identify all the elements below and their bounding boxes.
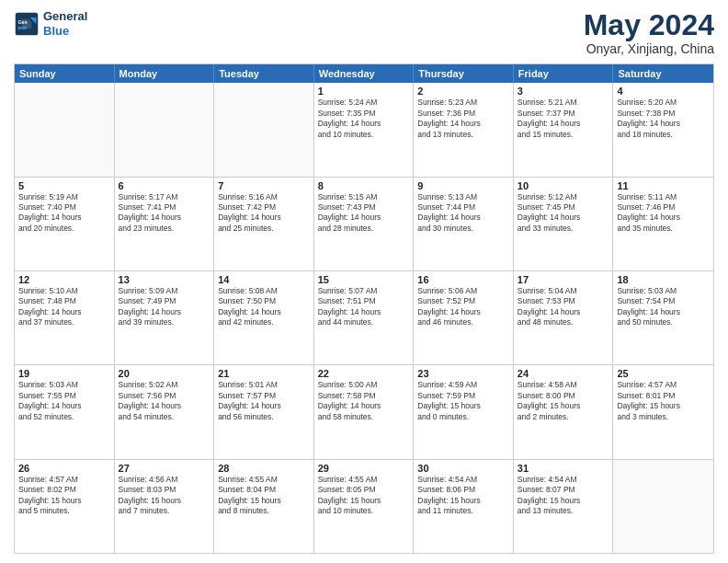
cell-info-line: Sunset: 7:54 PM	[617, 296, 710, 306]
logo-line1: General	[43, 9, 87, 24]
cell-info-line: and 33 minutes.	[518, 224, 609, 234]
cell-info-line: Daylight: 14 hours	[119, 307, 210, 317]
cell-info-line: Daylight: 14 hours	[518, 213, 609, 223]
day-cell-12: 12Sunrise: 5:10 AMSunset: 7:48 PMDayligh…	[15, 271, 115, 364]
cell-info-line: Daylight: 14 hours	[417, 119, 509, 129]
cell-info-line: and 50 minutes.	[617, 317, 710, 327]
cell-info-line: Daylight: 15 hours	[417, 401, 509, 411]
day-cell-5: 5Sunrise: 5:19 AMSunset: 7:40 PMDaylight…	[15, 178, 115, 270]
cell-info-line: Sunrise: 5:08 AM	[218, 286, 310, 296]
cell-info-line: Sunset: 8:07 PM	[518, 485, 609, 495]
empty-cell-w0c2	[214, 83, 314, 176]
cell-info-line: Daylight: 14 hours	[518, 119, 609, 129]
cell-info-line: and 54 minutes.	[119, 412, 210, 422]
cell-info-line: Sunrise: 5:20 AM	[617, 98, 710, 108]
day-cell-19: 19Sunrise: 5:03 AMSunset: 7:55 PMDayligh…	[15, 365, 115, 458]
day-cell-10: 10Sunrise: 5:12 AMSunset: 7:45 PMDayligh…	[514, 178, 614, 270]
cell-info-line: Sunrise: 5:02 AM	[119, 380, 210, 390]
cell-info-line: and 18 minutes.	[617, 130, 710, 140]
day-number: 27	[119, 463, 210, 474]
day-number: 25	[617, 368, 710, 379]
cell-info-line: and 10 minutes.	[318, 130, 410, 140]
day-cell-7: 7Sunrise: 5:16 AMSunset: 7:42 PMDaylight…	[214, 178, 314, 270]
cell-info-line: Sunset: 7:51 PM	[318, 296, 410, 306]
cell-info-line: Sunrise: 5:12 AM	[518, 192, 609, 202]
cell-info-line: Daylight: 14 hours	[518, 307, 609, 317]
cell-info-line: and 13 minutes.	[518, 506, 609, 516]
cell-info-line: Sunrise: 4:55 AM	[318, 475, 410, 485]
day-number: 1	[318, 86, 410, 97]
cell-info-line: Sunset: 7:57 PM	[218, 391, 310, 401]
empty-cell-w0c0	[15, 83, 115, 176]
cell-info-line: Daylight: 15 hours	[417, 496, 509, 506]
cell-info-line: Daylight: 14 hours	[318, 213, 410, 223]
cell-info-line: Daylight: 15 hours	[218, 496, 310, 506]
day-cell-13: 13Sunrise: 5:09 AMSunset: 7:49 PMDayligh…	[115, 271, 215, 364]
day-cell-6: 6Sunrise: 5:17 AMSunset: 7:41 PMDaylight…	[115, 178, 215, 270]
cell-info-line: Sunset: 7:50 PM	[218, 296, 310, 306]
day-number: 10	[518, 180, 609, 191]
day-number: 19	[18, 368, 110, 379]
cell-info-line: Daylight: 14 hours	[218, 307, 310, 317]
cell-info-line: and 39 minutes.	[119, 317, 210, 327]
cell-info-line: Daylight: 14 hours	[218, 213, 310, 223]
cell-info-line: Daylight: 14 hours	[617, 307, 710, 317]
cell-info-line: Sunrise: 5:03 AM	[18, 380, 110, 390]
cell-info-line: Daylight: 14 hours	[119, 401, 210, 411]
cell-info-line: Daylight: 15 hours	[318, 496, 410, 506]
cell-info-line: Sunset: 7:40 PM	[18, 202, 110, 213]
day-number: 11	[617, 180, 710, 191]
day-number: 23	[417, 368, 509, 379]
cell-info-line: Sunset: 7:37 PM	[518, 109, 609, 119]
day-number: 31	[518, 463, 609, 474]
cell-info-line: Sunrise: 5:06 AM	[417, 286, 509, 296]
cell-info-line: Sunrise: 5:13 AM	[417, 192, 509, 202]
cell-info-line: Sunrise: 5:23 AM	[417, 98, 509, 108]
logo-text: General Blue	[43, 9, 87, 38]
empty-cell-w0c1	[115, 83, 215, 176]
logo: Gen eral General Blue	[14, 9, 87, 38]
cell-info-line: Sunset: 8:02 PM	[18, 485, 110, 495]
day-cell-11: 11Sunrise: 5:11 AMSunset: 7:46 PMDayligh…	[613, 178, 713, 270]
day-cell-27: 27Sunrise: 4:56 AMSunset: 8:03 PMDayligh…	[115, 460, 215, 553]
cell-info-line: Daylight: 14 hours	[318, 401, 410, 411]
cell-info-line: and 56 minutes.	[218, 412, 310, 422]
cell-info-line: Sunrise: 5:07 AM	[318, 286, 410, 296]
page: Gen eral General Blue May 2024 Onyar, Xi…	[0, 0, 728, 563]
cell-info-line: Daylight: 14 hours	[18, 307, 110, 317]
day-cell-8: 8Sunrise: 5:15 AMSunset: 7:43 PMDaylight…	[314, 178, 415, 270]
cell-info-line: Sunset: 8:01 PM	[617, 391, 710, 401]
cell-info-line: Sunset: 7:41 PM	[119, 202, 210, 213]
cell-info-line: Sunset: 7:38 PM	[617, 109, 710, 119]
header-cell-tuesday: Tuesday	[214, 64, 314, 83]
day-cell-3: 3Sunrise: 5:21 AMSunset: 7:37 PMDaylight…	[514, 83, 614, 176]
location-title: Onyar, Xinjiang, China	[584, 41, 714, 56]
header-cell-thursday: Thursday	[414, 64, 514, 83]
week-row-3: 12Sunrise: 5:10 AMSunset: 7:48 PMDayligh…	[15, 271, 713, 365]
cell-info-line: and 13 minutes.	[417, 130, 509, 140]
day-cell-25: 25Sunrise: 4:57 AMSunset: 8:01 PMDayligh…	[613, 365, 713, 458]
cell-info-line: and 28 minutes.	[318, 224, 410, 234]
day-number: 17	[518, 274, 609, 285]
header: Gen eral General Blue May 2024 Onyar, Xi…	[14, 9, 714, 56]
week-row-4: 19Sunrise: 5:03 AMSunset: 7:55 PMDayligh…	[15, 365, 713, 459]
cell-info-line: Sunset: 7:48 PM	[18, 296, 110, 306]
cell-info-line: Daylight: 14 hours	[18, 213, 110, 223]
cell-info-line: and 30 minutes.	[417, 224, 509, 234]
cell-info-line: Sunrise: 4:59 AM	[417, 380, 509, 390]
cell-info-line: and 44 minutes.	[318, 317, 410, 327]
cell-info-line: Sunrise: 5:01 AM	[218, 380, 310, 390]
cell-info-line: Sunset: 8:06 PM	[417, 485, 509, 495]
cell-info-line: Sunset: 8:03 PM	[119, 485, 210, 495]
day-number: 7	[218, 180, 310, 191]
day-cell-28: 28Sunrise: 4:55 AMSunset: 8:04 PMDayligh…	[214, 460, 314, 553]
cell-info-line: Sunset: 8:05 PM	[318, 485, 410, 495]
logo-icon: Gen eral	[14, 11, 40, 37]
day-number: 22	[318, 368, 410, 379]
calendar-header: SundayMondayTuesdayWednesdayThursdayFrid…	[15, 64, 713, 83]
cell-info-line: Sunrise: 5:10 AM	[18, 286, 110, 296]
cell-info-line: Daylight: 14 hours	[318, 119, 410, 129]
cell-info-line: and 2 minutes.	[518, 412, 609, 422]
header-cell-monday: Monday	[115, 64, 215, 83]
day-cell-20: 20Sunrise: 5:02 AMSunset: 7:56 PMDayligh…	[115, 365, 215, 458]
